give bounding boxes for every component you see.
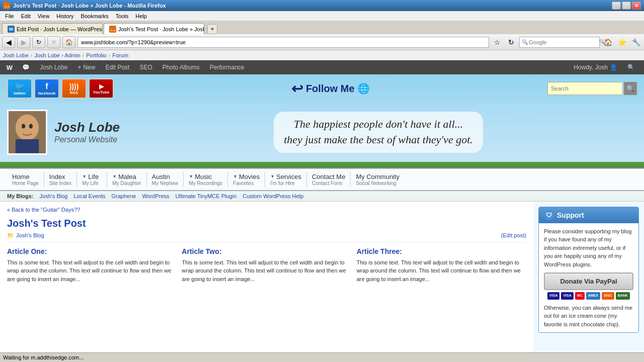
nav-services[interactable]: ▼ Services I'm for Hire: [265, 172, 307, 187]
post-title: Josh's Test Post: [7, 218, 526, 229]
tools-icon[interactable]: 🔧: [630, 36, 642, 48]
article-3-text: This is some text. This text will adjust…: [357, 258, 526, 284]
new-tab-button[interactable]: +: [207, 24, 217, 34]
wp-admin-search[interactable]: 🔍: [622, 60, 640, 74]
nav-index[interactable]: Index Site Index: [44, 172, 77, 187]
svg-point-3: [29, 124, 33, 128]
blog-link-localevents[interactable]: Local Events: [73, 193, 105, 199]
nav-community[interactable]: My Community Social Networking: [351, 172, 405, 187]
follow-me-link[interactable]: ↩ Follow Me 🌐: [291, 80, 370, 97]
wp-admin-new[interactable]: + New: [72, 60, 100, 74]
breadcrumb-sep1: ›: [31, 52, 33, 58]
nav-music-sub: My Recordings: [189, 180, 222, 186]
breadcrumb-admin[interactable]: Josh Lobe › Admin: [34, 52, 80, 58]
breadcrumb-forum[interactable]: Forum: [112, 52, 128, 58]
tab-wordpress[interactable]: W Edit Post · Josh Lobe — WordPress ✕: [2, 23, 103, 34]
sidebar: 🛡 Support Please consider supporting my …: [533, 202, 644, 352]
nav-home[interactable]: Home Home Page: [7, 172, 44, 187]
breadcrumb-joshlobe[interactable]: Josh Lobe: [3, 52, 29, 58]
svg-point-1: [16, 115, 39, 141]
wp-greeting-text: Howdy, Josh: [574, 64, 608, 71]
bookmark-star-icon[interactable]: ☆: [491, 36, 503, 48]
social-icon-youtube[interactable]: ▶ YouTube: [89, 78, 114, 99]
reload-icon[interactable]: ↻: [505, 36, 517, 48]
blog-link-tinymce[interactable]: Ultimate TinyMCE Plugin: [176, 193, 237, 199]
minimize-button[interactable]: _: [612, 2, 621, 10]
back-link[interactable]: « Back to the "Guitar" Days??: [7, 207, 526, 213]
wp-admin-photoalbums[interactable]: Photo Albums: [157, 60, 205, 74]
payment-bank: BANK: [616, 292, 630, 300]
nav-malea[interactable]: ▼ Malea My Daughter: [107, 172, 146, 187]
payment-visa: VISA: [547, 292, 559, 300]
nav-movies[interactable]: ▼ Movies Favorites: [228, 172, 265, 187]
nav-contact-label: Contact Me: [312, 173, 345, 180]
stop-button[interactable]: ✕: [47, 36, 60, 48]
menu-file[interactable]: File: [2, 12, 17, 20]
wp-admin-comments[interactable]: 💬: [17, 60, 35, 74]
nav-life[interactable]: ▼ Life My Life: [77, 172, 107, 187]
article-col-2: Article Two: This is some text. This tex…: [182, 247, 351, 284]
blog-link-joshs[interactable]: Josh's Blog: [40, 193, 68, 199]
menu-edit[interactable]: Edit: [18, 12, 34, 20]
wp-new-label: New: [83, 64, 95, 71]
payment-disc: DISC: [602, 292, 614, 300]
breadcrumb-sep2: ›: [83, 52, 85, 58]
wp-admin-performance[interactable]: Performance: [205, 60, 250, 74]
tab-favicon-wp: W: [8, 26, 15, 33]
article-2-text: This is some text. This text will adjust…: [182, 258, 351, 284]
site-search-input[interactable]: [547, 82, 623, 95]
post-category[interactable]: 📁 Josh's Blog: [7, 232, 44, 239]
blog-link-wphelp[interactable]: Custom WordPress Help: [243, 193, 303, 199]
menu-history[interactable]: History: [53, 12, 76, 20]
nav-austin[interactable]: Austin My Nephew: [147, 172, 184, 187]
nav-contact[interactable]: Contact Me Contact Form: [307, 172, 351, 187]
blog-link-graphene[interactable]: Graphene: [111, 193, 136, 199]
home-button[interactable]: 🏠: [62, 36, 75, 48]
home-nav-icon[interactable]: 🏠: [602, 36, 614, 48]
address-bar[interactable]: [77, 37, 489, 48]
support-header: 🛡 Support: [539, 207, 638, 223]
wp-admin-greeting[interactable]: Howdy, Josh 👤: [569, 60, 622, 74]
donate-button[interactable]: Donate Via PayPal: [544, 273, 633, 290]
menu-tools[interactable]: Tools: [113, 12, 132, 20]
motto-line2: they just make the best of what they've …: [284, 132, 473, 148]
social-icon-twitter[interactable]: 🐦 twitter: [7, 78, 32, 99]
back-button[interactable]: ◀: [2, 36, 15, 48]
bookmark-icon[interactable]: ⭐: [616, 36, 628, 48]
menu-bookmarks[interactable]: Bookmarks: [78, 12, 112, 20]
window-title: Josh's Test Post · Josh Lobe » Josh Lobe…: [13, 3, 166, 9]
nav-music[interactable]: ▼ Music My Recordings: [184, 172, 228, 187]
support-body: Please consider supporting my blog if yo…: [539, 223, 638, 333]
search-input[interactable]: [529, 39, 598, 45]
wp-logo[interactable]: W: [4, 62, 15, 73]
support-header-label: Support: [557, 211, 584, 219]
site-search-button[interactable]: 🔍: [624, 82, 637, 95]
nav-malea-sub: My Daughter: [112, 180, 141, 186]
nav-index-label: Index: [49, 173, 71, 180]
menu-view[interactable]: View: [35, 12, 53, 20]
social-icon-rss[interactable]: )))) RSS: [61, 78, 87, 99]
support-box: 🛡 Support Please consider supporting my …: [538, 207, 639, 333]
maximize-button[interactable]: □: [622, 2, 631, 10]
wp-admin-seo[interactable]: SEO: [134, 60, 157, 74]
wp-admin-editpost[interactable]: Edit Post: [100, 60, 134, 74]
blog-link-wordpress[interactable]: WordPress: [142, 193, 169, 199]
profile-photo: [7, 110, 47, 155]
close-button[interactable]: ✕: [632, 2, 641, 10]
site-tagline: Personal Website: [54, 135, 120, 144]
nav-life-sub: My Life: [82, 180, 102, 186]
tab-joshtest[interactable]: 🦊 Josh's Test Post · Josh Lobe » Josh Lo…: [104, 23, 204, 34]
forward-button[interactable]: ▶: [17, 36, 30, 48]
payment-amex: AMEX: [586, 292, 600, 300]
social-icon-facebook[interactable]: f facebook: [34, 78, 59, 99]
wp-admin-bar: W 💬 Josh Lobe + New Edit Post SEO Photo …: [0, 60, 644, 74]
support-icon: 🛡: [544, 210, 554, 220]
breadcrumb-portfolio[interactable]: Portfolio: [86, 52, 106, 58]
wp-new-icon: +: [77, 64, 81, 71]
edit-post-link[interactable]: (Edit post): [501, 232, 526, 238]
menu-help[interactable]: Help: [132, 12, 150, 20]
svg-rect-4: [16, 139, 39, 153]
wp-admin-joshlobe[interactable]: Josh Lobe: [35, 60, 72, 74]
article-1-title: Article One:: [7, 247, 177, 255]
reload-button[interactable]: ↻: [32, 36, 45, 48]
